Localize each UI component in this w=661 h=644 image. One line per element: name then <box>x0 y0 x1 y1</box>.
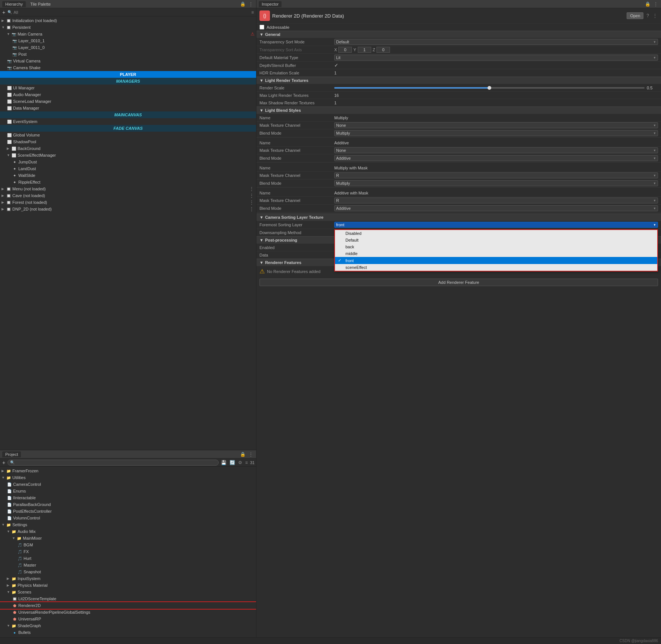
banner-managers[interactable]: MANAGERS <box>0 78 256 85</box>
hierarchy-item-data-manager[interactable]: ⬜ Data Manager <box>0 105 256 111</box>
inspector-open-btn[interactable]: Open <box>627 12 643 19</box>
dnp2d-more-btn[interactable]: ⋮ <box>249 206 255 212</box>
project-item-posteffects[interactable]: 📄 PostEffectsController <box>0 508 256 515</box>
menu-more-btn[interactable]: ⋮ <box>249 186 255 191</box>
hierarchy-item-persistent[interactable]: ▼ 🔲 Persistent <box>0 24 256 31</box>
hierarchy-item-camera-shake[interactable]: 📷 Camera Shake <box>0 64 256 71</box>
section-light-blend[interactable]: ▼ Light Blend Styles <box>256 107 661 114</box>
section-camera-sorting[interactable]: ▼ Camera Sorting Layer Texture <box>256 214 661 221</box>
project-refresh-btn[interactable]: 🔄 <box>229 460 236 465</box>
project-add-btn[interactable]: + <box>1 460 6 466</box>
dropdown-option-front[interactable]: ✓ front <box>335 257 657 264</box>
dropdown-blend3-mask[interactable]: R ▼ <box>334 197 658 203</box>
project-search-input[interactable] <box>16 460 216 465</box>
dropdown-option-scene-effect[interactable]: sceneEffect <box>335 264 657 271</box>
tab-tile-palette[interactable]: Tile Palette <box>27 1 54 7</box>
hierarchy-item-virtual-camera[interactable]: 📷 Virtual Camera <box>0 58 256 64</box>
project-item-main-mixer[interactable]: ▼ 📁 MainMixer <box>0 535 256 542</box>
inspector-options-btn[interactable]: ⋮ <box>652 13 658 18</box>
banner-maincanvas[interactable]: MAINCANVAS <box>0 111 256 118</box>
dropdown-foremost-sorting[interactable]: front ▼ <box>334 222 658 228</box>
inspector-more-btn[interactable]: ⋮ <box>653 1 659 7</box>
hierarchy-item-ripple[interactable]: ✦ RippleEffect <box>0 179 256 185</box>
hierarchy-item-audio-manager[interactable]: ⬜ Audio Manager <box>0 91 256 98</box>
dropdown-blend1-mask[interactable]: None ▼ <box>334 147 658 153</box>
project-item-universal-rp[interactable]: ⬟ UniversalRP <box>0 616 256 622</box>
project-item-framer-frozen[interactable]: ▶ 📁 FramerFrozen <box>0 467 256 474</box>
value-blend1-mode[interactable]: Additive ▼ <box>334 155 658 161</box>
project-item-parallax[interactable]: 📄 ParallaxBackGround <box>0 501 256 508</box>
hierarchy-item-cave[interactable]: ▶ 🔲 Cave (not loaded) ⋮ <box>0 192 256 199</box>
hierarchy-filter-btn[interactable]: ≡ <box>250 10 255 15</box>
project-item-iinteractable[interactable]: 📄 IInteractable <box>0 494 256 501</box>
hierarchy-lock-btn[interactable]: 🔒 <box>239 1 246 7</box>
slider-track-render-scale[interactable] <box>334 87 645 89</box>
hierarchy-item-jumpdust[interactable]: ✦ JumpDust <box>0 159 256 165</box>
dropdown-option-back[interactable]: back <box>335 243 657 250</box>
dropdown-blend1-mode[interactable]: Additive ▼ <box>334 155 658 161</box>
axis-x-input[interactable] <box>338 47 352 53</box>
tab-project[interactable]: Project <box>2 451 21 457</box>
project-search-bar[interactable]: 🔍 <box>7 460 219 466</box>
hierarchy-item-shadowpool[interactable]: ⬜ ShadowPool <box>0 138 256 145</box>
project-item-bgm[interactable]: 🎵 BGM <box>0 542 256 548</box>
dropdown-blend0-mask[interactable]: None ▼ <box>334 122 658 128</box>
banner-player[interactable]: PLAYER <box>0 71 256 78</box>
hierarchy-item-global-volume[interactable]: ⬜ Global Volume <box>0 132 256 138</box>
project-item-volumn[interactable]: 📄 VolumnControl <box>0 515 256 521</box>
project-save-btn[interactable]: 💾 <box>220 460 227 465</box>
dropdown-transparency-sort-mode[interactable]: Default ▼ <box>334 39 658 45</box>
project-item-renderer2d[interactable]: ⬟ Renderer2D <box>0 602 256 609</box>
hierarchy-item-menu[interactable]: ▶ 🔲 Menu (not loaded) ⋮ <box>0 185 256 192</box>
foremost-sorting-dropdown-popup[interactable]: Disabled Default back middle <box>334 229 658 272</box>
hierarchy-item-ui-manager[interactable]: ⬜ UI Manager <box>0 85 256 91</box>
value-blend2-mode[interactable]: Multiply ▼ <box>334 180 658 186</box>
forest-more-btn[interactable]: ⋮ <box>249 200 255 205</box>
inspector-lock-btn[interactable]: 🔒 <box>644 1 651 7</box>
value-blend1-mask[interactable]: None ▼ <box>334 147 658 153</box>
hierarchy-item-layer0011[interactable]: 📷 Layer_0011_0 <box>0 44 256 51</box>
hierarchy-item-forest[interactable]: ▶ 🔲 Forest (not loaded) ⋮ <box>0 199 256 206</box>
dropdown-blend3-mode[interactable]: Additive ▼ <box>334 205 658 211</box>
section-general[interactable]: ▼ General <box>256 31 661 38</box>
add-object-btn[interactable]: + <box>1 9 6 15</box>
add-renderer-feature-btn[interactable]: Add Renderer Feature <box>259 279 658 286</box>
value-transparency-sort-mode[interactable]: Default ▼ <box>334 39 658 45</box>
dropdown-option-middle[interactable]: middle <box>335 250 657 257</box>
project-item-universal-render[interactable]: ⬟ UniversalRenderPipelineGlobalSettings <box>0 609 256 616</box>
hierarchy-item-layer0010[interactable]: 📷 Layer_0010_1 <box>0 37 256 44</box>
hierarchy-item-eventsystem[interactable]: ⬜ EventSystem <box>0 118 256 125</box>
hierarchy-item-main-camera[interactable]: ▼ 📷 Main Camera ⚠ <box>0 31 256 37</box>
value-blend3-mask[interactable]: R ▼ <box>334 197 658 203</box>
axis-y-input[interactable] <box>358 47 371 53</box>
tab-inspector[interactable]: Inspector <box>259 1 282 7</box>
project-item-shade-graph[interactable]: ▼ 📁 ShadeGraph <box>0 622 256 629</box>
addressable-checkbox[interactable] <box>259 25 264 30</box>
section-light-render[interactable]: ▼ Light Render Textures <box>256 77 661 84</box>
hierarchy-item-sceneload-manager[interactable]: ⬜ SceneLoad Manager <box>0 98 256 105</box>
project-item-scenes[interactable]: ▼ 📁 Scenes <box>0 589 256 595</box>
project-lock-btn[interactable]: 🔒 <box>239 452 246 457</box>
tab-hierarchy[interactable]: Hierarchy <box>2 1 26 7</box>
project-item-camera-control[interactable]: 📄 CameraControl <box>0 481 256 488</box>
cave-more-btn[interactable]: ⋮ <box>249 193 255 198</box>
value-blend0-mask[interactable]: None ▼ <box>334 122 658 128</box>
hierarchy-item-scene-effect[interactable]: ▼ ⬜ SceneEffectManager <box>0 152 256 159</box>
value-blend2-mask[interactable]: R ▼ <box>334 172 658 178</box>
hierarchy-item-init[interactable]: ▶ 🔲 Initialization (not loaded) <box>0 17 256 24</box>
hierarchy-item-post[interactable]: 📷 Post <box>0 51 256 58</box>
value-foremost-sorting[interactable]: front ▼ Disabled Default <box>334 222 658 228</box>
project-item-fx[interactable]: 🎵 FX <box>0 548 256 555</box>
project-filter-btn[interactable]: ≡ <box>245 460 249 465</box>
project-more-btn[interactable]: ⋮ <box>248 452 254 457</box>
dropdown-blend0-mode[interactable]: Multiply ▼ <box>334 130 658 136</box>
project-item-enums[interactable]: 📄 Enums <box>0 488 256 494</box>
project-item-utilities[interactable]: ▼ 📁 Utilities <box>0 474 256 481</box>
value-blend3-mode[interactable]: Additive ▼ <box>334 205 658 211</box>
project-item-master[interactable]: 🎵 Master <box>0 562 256 568</box>
value-default-material-type[interactable]: Lit ▼ <box>334 55 658 61</box>
project-settings-btn[interactable]: ⚙ <box>237 460 243 465</box>
dropdown-blend2-mode[interactable]: Multiply ▼ <box>334 180 658 186</box>
hierarchy-item-wallslide[interactable]: ✦ WallSlide <box>0 172 256 179</box>
dropdown-option-disabled[interactable]: Disabled <box>335 230 657 237</box>
